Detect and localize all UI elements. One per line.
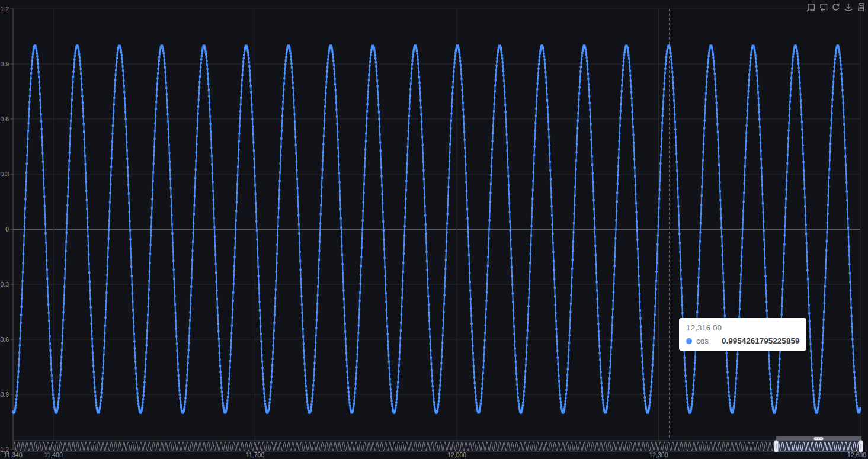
- x-gridlines: [53, 9, 860, 440]
- x-axis: 11,34011,40011,70012,00012,30012,600: [4, 451, 866, 458]
- zoom-reset-icon[interactable]: [819, 2, 828, 12]
- y-axis-label: 0.6: [0, 115, 9, 123]
- y-gridlines: [13, 9, 860, 450]
- series-marker-icon: [686, 338, 692, 344]
- x-axis-label: 11,340: [4, 451, 22, 458]
- x-axis-label: 12,600: [847, 451, 866, 458]
- tooltip-series-value: 0.9954261795225859: [722, 336, 799, 345]
- y-axis-label: -0.6: [0, 336, 9, 343]
- x-axis-label: 12,300: [649, 451, 668, 458]
- x-axis-label: 11,400: [44, 451, 62, 458]
- chart-container: 1.20.90.60.30-0.3-0.6-0.9-1.211,34011,40…: [0, 0, 868, 459]
- tooltip-series-row: cos 0.9954261795225859: [686, 336, 799, 345]
- restore-icon[interactable]: [831, 2, 841, 12]
- save-image-icon[interactable]: [844, 2, 853, 12]
- x-axis-label: 11,700: [246, 451, 264, 458]
- box-zoom-icon[interactable]: [806, 2, 816, 12]
- tooltip: 12,316.00 cos 0.9954261795225859: [679, 318, 806, 351]
- tooltip-series-name: cos: [696, 336, 709, 345]
- data-view-icon[interactable]: [856, 2, 866, 12]
- y-axis-label: 0.9: [0, 60, 9, 68]
- y-axis-label: -0.3: [0, 281, 9, 288]
- datazoom-slider[interactable]: [14, 436, 863, 452]
- tooltip-x-value: 12,316.00: [686, 323, 799, 333]
- y-axis-label: -0.9: [0, 391, 9, 398]
- plot-area[interactable]: 1.20.90.60.30-0.3-0.6-0.9-1.211,34011,40…: [0, 0, 868, 459]
- y-axis-label: 0: [5, 226, 9, 233]
- y-axis-label: 0.3: [0, 171, 9, 178]
- toolbox: [806, 2, 866, 12]
- x-axis-label: 12,000: [447, 451, 466, 458]
- y-axis-label: 1.2: [0, 5, 9, 12]
- y-axis: 1.20.90.60.30-0.3-0.6-0.9-1.2: [0, 5, 13, 453]
